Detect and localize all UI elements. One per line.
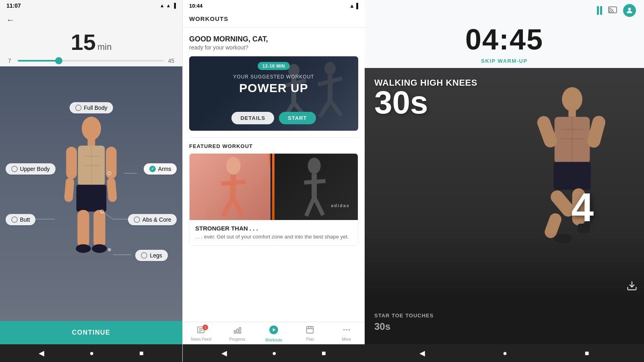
nav-home-3[interactable]: ● bbox=[503, 349, 507, 358]
nav-item-workouts[interactable]: Workouts bbox=[256, 322, 292, 344]
slider-fill bbox=[18, 60, 59, 62]
signal-icon: ▲ bbox=[166, 3, 171, 8]
svg-rect-10 bbox=[106, 177, 117, 202]
cast-icon[interactable] bbox=[608, 5, 617, 16]
featured-img: adidas bbox=[190, 154, 358, 220]
body-label-arms[interactable]: Arms bbox=[144, 163, 177, 175]
exercise-info-overlay: WALKING HIGH KNEES 30s bbox=[374, 78, 477, 117]
featured-img-left bbox=[190, 154, 277, 220]
skip-warmup-link[interactable]: SKIP WARM-UP bbox=[365, 56, 644, 68]
nav-home-2[interactable]: ● bbox=[272, 349, 277, 358]
svg-rect-49 bbox=[237, 329, 238, 333]
svg-point-74 bbox=[553, 234, 572, 243]
topbar-right bbox=[597, 4, 636, 17]
slider-thumb[interactable] bbox=[55, 57, 62, 64]
radio-abs-core bbox=[134, 216, 140, 223]
svg-point-29 bbox=[324, 62, 336, 75]
label-text-arms: Arms bbox=[158, 166, 171, 172]
body-label-upper-body[interactable]: Upper Body bbox=[6, 163, 56, 175]
nav-back-1[interactable]: ◀ bbox=[39, 349, 44, 358]
featured-workout-card[interactable]: adidas STRONGER THAN . . . . . . ever. G… bbox=[189, 153, 358, 246]
workouts-icon bbox=[268, 325, 279, 337]
svg-point-62 bbox=[562, 87, 582, 111]
slider-track[interactable] bbox=[18, 60, 164, 62]
next-exercise-area: STAR TOE TOUCHES 30s bbox=[365, 300, 644, 344]
svg-rect-53 bbox=[307, 326, 314, 333]
svg-rect-1 bbox=[87, 139, 95, 146]
bottom-navigation: 1 News Feed Progress Workouts Plan Mor bbox=[183, 322, 365, 344]
nav-item-plan[interactable]: Plan bbox=[292, 322, 328, 344]
nav-label-news-feed: News Feed bbox=[191, 337, 211, 341]
status-bar-2: 10:44 ▲▐ bbox=[183, 0, 365, 11]
svg-rect-9 bbox=[64, 177, 74, 202]
panel1-header: ← bbox=[0, 11, 182, 27]
wifi-icon: ▲ bbox=[160, 3, 165, 8]
slider-max-label: 45 bbox=[168, 58, 174, 64]
nav-back-2[interactable]: ◀ bbox=[221, 349, 227, 358]
nav-square-2[interactable]: ■ bbox=[322, 349, 326, 358]
svg-point-0 bbox=[82, 117, 101, 140]
suggested-text: YOUR SUGGESTED WORKOUT bbox=[189, 74, 358, 80]
nav-back-3[interactable]: ◀ bbox=[419, 349, 425, 358]
panel-workout-timer: 04:45 SKIP WARM-UP WALKING HIGH KNEES 30… bbox=[365, 0, 644, 362]
svg-line-43 bbox=[314, 197, 323, 215]
body-selector: Full Body Upper Body Arms Butt Abs & Cor… bbox=[0, 66, 182, 321]
featured-img-right: adidas bbox=[270, 154, 358, 220]
svg-line-35 bbox=[233, 175, 233, 198]
nav-square-1[interactable]: ■ bbox=[139, 349, 144, 358]
exercise-background: WALKING HIGH KNEES 30s 4 bbox=[365, 68, 644, 300]
nav-home-1[interactable]: ● bbox=[90, 349, 94, 358]
nav-item-news-feed[interactable]: 1 News Feed bbox=[183, 322, 219, 344]
plan-icon bbox=[305, 325, 314, 336]
news-feed-badge: 1 bbox=[202, 325, 208, 330]
featured-dark-svg bbox=[270, 154, 358, 220]
radio-butt bbox=[11, 216, 18, 223]
label-text-full-body: Full Body bbox=[84, 105, 107, 111]
nav-square-3[interactable]: ■ bbox=[585, 349, 589, 358]
nav-item-more[interactable]: More bbox=[328, 322, 365, 344]
nav-item-progress[interactable]: Progress bbox=[219, 322, 255, 344]
svg-point-34 bbox=[226, 157, 241, 175]
svg-point-58 bbox=[346, 329, 347, 331]
suggested-workout-card[interactable]: 12-18 MIN YOUR SUGGESTED WORKOUT POWER U… bbox=[189, 56, 358, 131]
featured-description: . . . ever. Get out of your comfort zone… bbox=[195, 233, 352, 241]
panel2-topbar: WORKOUTS bbox=[183, 11, 365, 28]
status-icons-1: ▲ ▲ ▐ bbox=[160, 3, 176, 8]
wifi-icon-2: ▲▐ bbox=[349, 3, 358, 9]
nav-bar-3: ◀ ● ■ bbox=[365, 344, 644, 362]
adidas-logo: adidas bbox=[331, 203, 350, 208]
svg-line-38 bbox=[233, 198, 242, 215]
body-label-full-body[interactable]: Full Body bbox=[69, 102, 113, 113]
status-icons-2: ▲▐ bbox=[349, 3, 358, 9]
exercise-duration: 30s bbox=[374, 88, 477, 117]
progress-icon bbox=[233, 325, 242, 336]
nav-label-progress: Progress bbox=[229, 337, 246, 341]
athlete-figure bbox=[515, 76, 620, 300]
exercise-main-display: WALKING HIGH KNEES 30s 4 bbox=[365, 68, 644, 300]
featured-card-body: STRONGER THAN . . . . . . ever. Get out … bbox=[190, 220, 358, 245]
start-button[interactable]: START bbox=[279, 112, 316, 124]
body-label-abs-core[interactable]: Abs & Core bbox=[128, 214, 177, 225]
body-label-legs[interactable]: Legs bbox=[135, 250, 167, 261]
featured-title: STRONGER THAN . . . bbox=[195, 225, 352, 232]
workout-time-badge: 12-18 MIN bbox=[258, 62, 290, 70]
user-avatar bbox=[623, 4, 636, 17]
download-button[interactable] bbox=[626, 280, 638, 294]
nav-label-workouts: Workouts bbox=[265, 338, 282, 342]
pause-button[interactable] bbox=[597, 6, 602, 15]
pause-bar-1 bbox=[597, 6, 599, 15]
svg-rect-8 bbox=[106, 146, 117, 179]
radio-upper-body bbox=[11, 166, 18, 172]
back-button[interactable]: ← bbox=[6, 15, 14, 25]
athlete-svg bbox=[515, 76, 620, 300]
panel2-title: WORKOUTS bbox=[189, 15, 228, 22]
body-label-butt[interactable]: Butt bbox=[6, 214, 36, 225]
continue-button[interactable]: CONTINUE bbox=[0, 321, 182, 344]
figure-svg bbox=[61, 113, 122, 274]
featured-section-title: FEATURED WORKOUT bbox=[189, 143, 358, 149]
body-image-background: Full Body Upper Body Arms Butt Abs & Cor… bbox=[0, 66, 182, 321]
label-text-butt: Butt bbox=[20, 216, 30, 223]
duration-slider-area[interactable]: 7 45 bbox=[0, 55, 182, 66]
greeting-sub: ready for your workout? bbox=[189, 44, 358, 51]
details-button[interactable]: DETAILS bbox=[231, 112, 274, 124]
